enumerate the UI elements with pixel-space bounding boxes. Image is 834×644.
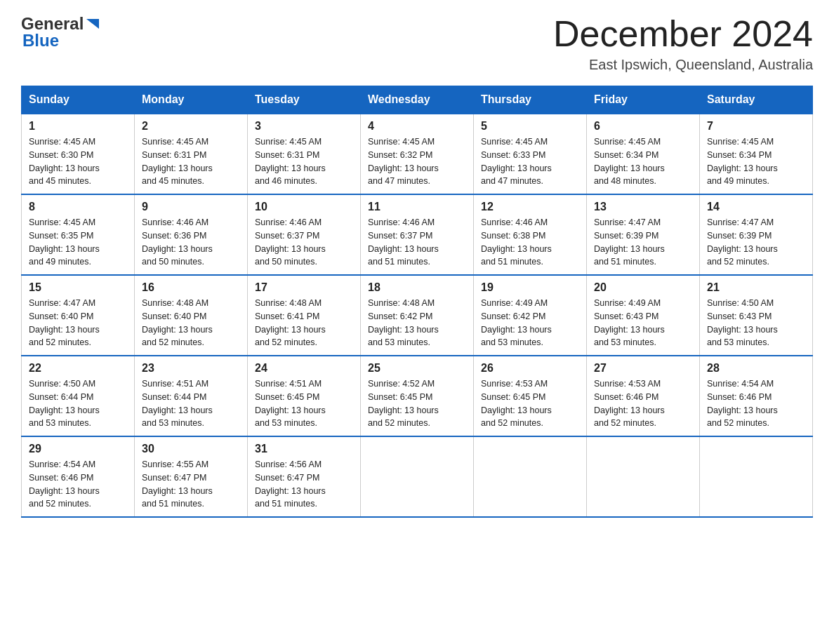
day-info: Sunrise: 4:47 AM Sunset: 6:39 PM Dayligh… — [707, 216, 805, 269]
calendar-cell: 10 Sunrise: 4:46 AM Sunset: 6:37 PM Dayl… — [248, 194, 361, 275]
calendar-cell: 24 Sunrise: 4:51 AM Sunset: 6:45 PM Dayl… — [248, 356, 361, 436]
day-info: Sunrise: 4:45 AM Sunset: 6:30 PM Dayligh… — [29, 135, 127, 188]
day-number: 1 — [29, 120, 127, 133]
svg-marker-0 — [86, 19, 99, 29]
day-number: 17 — [255, 281, 353, 294]
day-info: Sunrise: 4:53 AM Sunset: 6:45 PM Dayligh… — [481, 377, 579, 430]
calendar-cell: 7 Sunrise: 4:45 AM Sunset: 6:34 PM Dayli… — [700, 114, 813, 194]
weekday-header-friday: Friday — [587, 86, 700, 114]
weekday-header-monday: Monday — [135, 86, 248, 114]
title-block: December 2024 East Ipswich, Queensland, … — [553, 14, 813, 73]
weekday-header-sunday: Sunday — [22, 86, 135, 114]
week-row-3: 15 Sunrise: 4:47 AM Sunset: 6:40 PM Dayl… — [22, 275, 813, 356]
weekday-header-tuesday: Tuesday — [248, 86, 361, 114]
calendar-cell — [587, 436, 700, 517]
day-info: Sunrise: 4:45 AM Sunset: 6:31 PM Dayligh… — [142, 135, 240, 188]
day-info: Sunrise: 4:45 AM Sunset: 6:35 PM Dayligh… — [29, 216, 127, 269]
day-info: Sunrise: 4:52 AM Sunset: 6:45 PM Dayligh… — [368, 377, 466, 430]
calendar-cell: 5 Sunrise: 4:45 AM Sunset: 6:33 PM Dayli… — [474, 114, 587, 194]
day-info: Sunrise: 4:45 AM Sunset: 6:34 PM Dayligh… — [707, 135, 805, 188]
calendar-cell: 26 Sunrise: 4:53 AM Sunset: 6:45 PM Dayl… — [474, 356, 587, 436]
day-number: 15 — [29, 281, 127, 294]
calendar-cell: 22 Sunrise: 4:50 AM Sunset: 6:44 PM Dayl… — [22, 356, 135, 436]
day-number: 24 — [255, 362, 353, 375]
day-number: 23 — [142, 362, 240, 375]
day-number: 12 — [481, 201, 579, 213]
day-info: Sunrise: 4:48 AM Sunset: 6:41 PM Dayligh… — [255, 297, 353, 349]
calendar-cell: 9 Sunrise: 4:46 AM Sunset: 6:36 PM Dayli… — [135, 194, 248, 275]
week-row-1: 1 Sunrise: 4:45 AM Sunset: 6:30 PM Dayli… — [22, 114, 813, 194]
day-info: Sunrise: 4:49 AM Sunset: 6:43 PM Dayligh… — [594, 297, 692, 349]
location-title: East Ipswich, Queensland, Australia — [553, 57, 813, 73]
week-row-2: 8 Sunrise: 4:45 AM Sunset: 6:35 PM Dayli… — [22, 194, 813, 275]
calendar-cell: 29 Sunrise: 4:54 AM Sunset: 6:46 PM Dayl… — [22, 436, 135, 517]
day-number: 27 — [594, 362, 692, 375]
day-info: Sunrise: 4:54 AM Sunset: 6:46 PM Dayligh… — [29, 458, 127, 511]
calendar-cell: 1 Sunrise: 4:45 AM Sunset: 6:30 PM Dayli… — [22, 114, 135, 194]
day-info: Sunrise: 4:56 AM Sunset: 6:47 PM Dayligh… — [255, 458, 353, 511]
day-number: 8 — [29, 201, 127, 213]
day-number: 4 — [368, 120, 466, 133]
calendar-cell: 17 Sunrise: 4:48 AM Sunset: 6:41 PM Dayl… — [248, 275, 361, 356]
day-number: 3 — [255, 120, 353, 133]
day-number: 21 — [707, 281, 805, 294]
calendar-table: SundayMondayTuesdayWednesdayThursdayFrid… — [21, 86, 813, 518]
calendar-cell: 15 Sunrise: 4:47 AM Sunset: 6:40 PM Dayl… — [22, 275, 135, 356]
calendar-cell: 16 Sunrise: 4:48 AM Sunset: 6:40 PM Dayl… — [135, 275, 248, 356]
calendar-cell: 28 Sunrise: 4:54 AM Sunset: 6:46 PM Dayl… — [700, 356, 813, 436]
day-number: 22 — [29, 362, 127, 375]
calendar-cell: 4 Sunrise: 4:45 AM Sunset: 6:32 PM Dayli… — [361, 114, 474, 194]
calendar-cell: 23 Sunrise: 4:51 AM Sunset: 6:44 PM Dayl… — [135, 356, 248, 436]
calendar-cell: 8 Sunrise: 4:45 AM Sunset: 6:35 PM Dayli… — [22, 194, 135, 275]
logo-triangle-icon — [85, 16, 100, 32]
day-info: Sunrise: 4:45 AM Sunset: 6:31 PM Dayligh… — [255, 135, 353, 188]
day-number: 10 — [255, 201, 353, 213]
calendar-cell — [474, 436, 587, 517]
calendar-cell: 6 Sunrise: 4:45 AM Sunset: 6:34 PM Dayli… — [587, 114, 700, 194]
day-info: Sunrise: 4:49 AM Sunset: 6:42 PM Dayligh… — [481, 297, 579, 349]
calendar-cell: 27 Sunrise: 4:53 AM Sunset: 6:46 PM Dayl… — [587, 356, 700, 436]
logo: General Blue — [21, 14, 100, 51]
month-title: December 2024 — [553, 14, 813, 54]
calendar-cell: 14 Sunrise: 4:47 AM Sunset: 6:39 PM Dayl… — [700, 194, 813, 275]
calendar-cell: 3 Sunrise: 4:45 AM Sunset: 6:31 PM Dayli… — [248, 114, 361, 194]
day-info: Sunrise: 4:51 AM Sunset: 6:45 PM Dayligh… — [255, 377, 353, 430]
day-number: 6 — [594, 120, 692, 133]
logo-blue-text: Blue — [22, 31, 59, 51]
day-number: 20 — [594, 281, 692, 294]
calendar-cell — [361, 436, 474, 517]
day-info: Sunrise: 4:45 AM Sunset: 6:33 PM Dayligh… — [481, 135, 579, 188]
day-info: Sunrise: 4:54 AM Sunset: 6:46 PM Dayligh… — [707, 377, 805, 430]
calendar-cell: 25 Sunrise: 4:52 AM Sunset: 6:45 PM Dayl… — [361, 356, 474, 436]
day-info: Sunrise: 4:47 AM Sunset: 6:39 PM Dayligh… — [594, 216, 692, 269]
day-info: Sunrise: 4:47 AM Sunset: 6:40 PM Dayligh… — [29, 297, 127, 349]
week-row-4: 22 Sunrise: 4:50 AM Sunset: 6:44 PM Dayl… — [22, 356, 813, 436]
day-number: 31 — [255, 443, 353, 455]
page-header: General Blue December 2024 East Ipswich,… — [21, 14, 813, 73]
day-number: 7 — [707, 120, 805, 133]
day-info: Sunrise: 4:48 AM Sunset: 6:42 PM Dayligh… — [368, 297, 466, 349]
calendar-cell: 19 Sunrise: 4:49 AM Sunset: 6:42 PM Dayl… — [474, 275, 587, 356]
day-number: 30 — [142, 443, 240, 455]
weekday-header-wednesday: Wednesday — [361, 86, 474, 114]
day-number: 29 — [29, 443, 127, 455]
day-info: Sunrise: 4:46 AM Sunset: 6:37 PM Dayligh… — [255, 216, 353, 269]
calendar-cell: 31 Sunrise: 4:56 AM Sunset: 6:47 PM Dayl… — [248, 436, 361, 517]
day-info: Sunrise: 4:46 AM Sunset: 6:38 PM Dayligh… — [481, 216, 579, 269]
calendar-cell: 13 Sunrise: 4:47 AM Sunset: 6:39 PM Dayl… — [587, 194, 700, 275]
week-row-5: 29 Sunrise: 4:54 AM Sunset: 6:46 PM Dayl… — [22, 436, 813, 517]
day-number: 13 — [594, 201, 692, 213]
day-number: 2 — [142, 120, 240, 133]
day-info: Sunrise: 4:50 AM Sunset: 6:44 PM Dayligh… — [29, 377, 127, 430]
day-info: Sunrise: 4:51 AM Sunset: 6:44 PM Dayligh… — [142, 377, 240, 430]
day-info: Sunrise: 4:53 AM Sunset: 6:46 PM Dayligh… — [594, 377, 692, 430]
day-info: Sunrise: 4:48 AM Sunset: 6:40 PM Dayligh… — [142, 297, 240, 349]
day-number: 26 — [481, 362, 579, 375]
calendar-cell: 12 Sunrise: 4:46 AM Sunset: 6:38 PM Dayl… — [474, 194, 587, 275]
day-info: Sunrise: 4:45 AM Sunset: 6:34 PM Dayligh… — [594, 135, 692, 188]
day-number: 9 — [142, 201, 240, 213]
day-number: 11 — [368, 201, 466, 213]
day-info: Sunrise: 4:46 AM Sunset: 6:37 PM Dayligh… — [368, 216, 466, 269]
weekday-header-thursday: Thursday — [474, 86, 587, 114]
day-info: Sunrise: 4:45 AM Sunset: 6:32 PM Dayligh… — [368, 135, 466, 188]
